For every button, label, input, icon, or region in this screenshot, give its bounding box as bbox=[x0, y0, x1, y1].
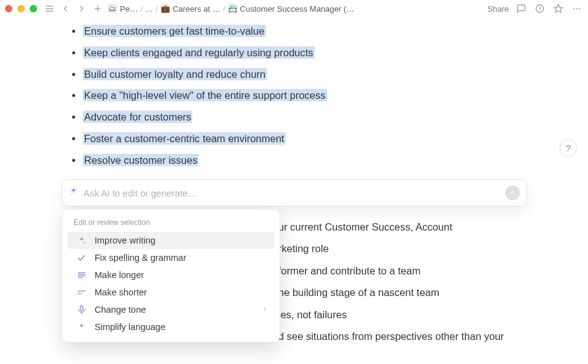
list-item[interactable]: Keep clients engaged and regularly using… bbox=[69, 45, 539, 61]
sidebar-toggle-icon[interactable] bbox=[43, 2, 56, 15]
nav-forward-icon[interactable] bbox=[75, 2, 88, 15]
selected-text: Keep a "high-level view" of the entire s… bbox=[83, 89, 327, 101]
svg-point-8 bbox=[576, 8, 577, 9]
menu-item-label: Fix spelling & grammar bbox=[95, 253, 186, 263]
window-top-bar: 🗂 Pe… / … / 💼 Careers at … / 📇 Customer … bbox=[0, 0, 588, 17]
document-content[interactable]: Ensure customers get fast time-to-value … bbox=[69, 23, 539, 167]
minimize-window-button[interactable] bbox=[17, 5, 25, 12]
menu-item-label: Make shorter bbox=[95, 287, 147, 297]
menu-item-label: Improve writing bbox=[95, 235, 155, 245]
updates-clock-icon[interactable] bbox=[534, 2, 546, 15]
ai-option-fix-spelling[interactable]: Fix spelling & grammar bbox=[67, 249, 275, 266]
ai-option-simplify[interactable]: Simplify language bbox=[67, 318, 275, 336]
comments-icon[interactable] bbox=[515, 2, 527, 15]
ai-option-improve-writing[interactable]: Improve writing bbox=[67, 232, 275, 249]
svg-point-10 bbox=[76, 188, 77, 189]
svg-point-9 bbox=[579, 8, 581, 9]
more-menu-icon[interactable] bbox=[571, 2, 583, 15]
selected-text: Advocate for customers bbox=[83, 111, 192, 123]
microphone-icon bbox=[76, 305, 87, 315]
selected-text: Keep clients engaged and regularly using… bbox=[83, 46, 315, 59]
breadcrumb: 🗂 Pe… / … / 💼 Careers at … / 📇 Customer … bbox=[108, 4, 484, 14]
ai-sparkle-icon bbox=[69, 187, 79, 199]
selected-text: Foster a customer-centric team environme… bbox=[83, 132, 286, 145]
responsibilities-list: Ensure customers get fast time-to-value … bbox=[69, 23, 539, 167]
selected-text: Resolve customer issues bbox=[83, 154, 198, 166]
menu-item-label: Simplify language bbox=[95, 322, 165, 332]
breadcrumb-label: Pe… bbox=[120, 4, 138, 14]
list-item[interactable]: Ensure customers get fast time-to-value bbox=[69, 23, 539, 39]
list-item[interactable]: Advocate for customers bbox=[69, 109, 539, 125]
selected-text: Build customer loyalty and reduce churn bbox=[83, 68, 267, 80]
breadcrumb-item[interactable]: 🗂 Pe… bbox=[108, 4, 138, 14]
page-body: Ensure customers get fast time-to-value … bbox=[0, 17, 588, 167]
breadcrumb-item[interactable]: … bbox=[145, 4, 153, 14]
page-icon: 📇 bbox=[228, 4, 237, 14]
menu-section-label: Edit or review selection bbox=[65, 214, 277, 232]
star-icon bbox=[76, 322, 87, 332]
svg-rect-18 bbox=[80, 306, 83, 310]
traffic-lights bbox=[5, 5, 37, 12]
help-button[interactable]: ? bbox=[560, 139, 577, 156]
breadcrumb-item[interactable]: 💼 Careers at … bbox=[160, 4, 220, 14]
lines-icon bbox=[76, 270, 87, 280]
breadcrumb-label: Customer Success Manager (… bbox=[240, 4, 354, 14]
menu-item-label: Make longer bbox=[95, 270, 144, 280]
page-icon: 🗂 bbox=[108, 4, 117, 14]
ai-option-make-longer[interactable]: Make longer bbox=[67, 266, 275, 284]
chevron-right-icon bbox=[261, 305, 268, 315]
breadcrumb-separator: / bbox=[223, 4, 225, 14]
svg-point-7 bbox=[573, 8, 574, 9]
list-item[interactable]: Keep a "high-level view" of the entire s… bbox=[69, 88, 539, 103]
share-button[interactable]: Share bbox=[487, 4, 509, 14]
close-window-button[interactable] bbox=[5, 5, 12, 12]
breadcrumb-separator: / bbox=[156, 4, 158, 14]
menu-item-label: Change tone bbox=[95, 305, 146, 315]
svg-point-11 bbox=[70, 194, 71, 195]
ai-actions-menu: Edit or review selection Improve writing… bbox=[62, 209, 280, 342]
topbar-actions: Share bbox=[487, 2, 583, 15]
zoom-window-button[interactable] bbox=[30, 5, 37, 12]
list-item[interactable]: Resolve customer issues bbox=[69, 153, 539, 168]
breadcrumb-item[interactable]: 📇 Customer Success Manager (… bbox=[228, 4, 354, 14]
ai-option-change-tone[interactable]: Change tone bbox=[67, 301, 275, 318]
breadcrumb-label: … bbox=[145, 4, 153, 14]
breadcrumb-label: Careers at … bbox=[173, 4, 220, 14]
list-item[interactable]: Foster a customer-centric team environme… bbox=[69, 131, 539, 146]
check-icon bbox=[76, 253, 87, 263]
ai-prompt-input[interactable] bbox=[83, 188, 500, 198]
ai-option-make-shorter[interactable]: Make shorter bbox=[67, 284, 275, 301]
page-icon: 💼 bbox=[160, 4, 170, 14]
nav-back-icon[interactable] bbox=[59, 2, 72, 15]
sparkle-icon bbox=[76, 235, 87, 245]
svg-marker-6 bbox=[554, 4, 562, 12]
short-lines-icon bbox=[76, 287, 87, 297]
list-item[interactable]: Build customer loyalty and reduce churn bbox=[69, 67, 539, 82]
ai-submit-button[interactable] bbox=[505, 185, 520, 200]
new-tab-icon[interactable] bbox=[92, 2, 104, 15]
favorite-star-icon[interactable] bbox=[552, 2, 565, 15]
ai-prompt-bar bbox=[62, 179, 527, 206]
selected-text: Ensure customers get fast time-to-value bbox=[83, 25, 266, 37]
breadcrumb-separator: / bbox=[140, 4, 143, 14]
